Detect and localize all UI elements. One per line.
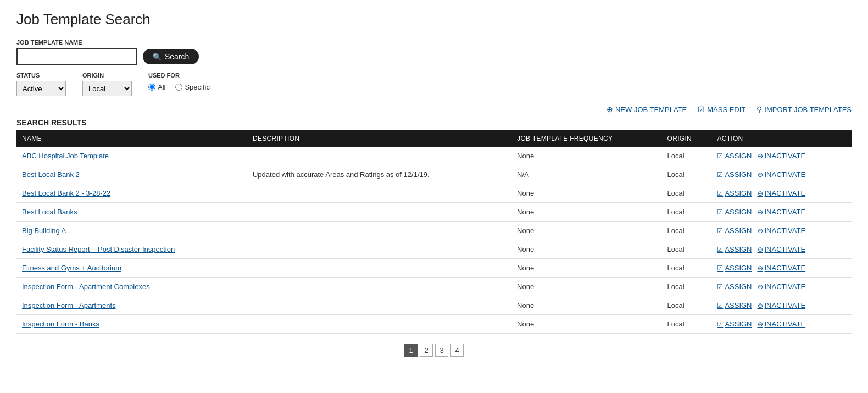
cell-origin: Local [662,203,712,222]
cell-name: Best Local Banks [16,203,247,222]
cell-name: ABC Hospital Job Template [16,147,247,165]
inactivate-link[interactable]: INACTIVATE [758,152,806,160]
status-label: STATUS [16,72,66,79]
inactivate-icon [758,320,763,328]
cell-action: ASSIGN INACTIVATE [711,222,852,240]
col-action: ACTION [711,130,852,147]
inactivate-link[interactable]: INACTIVATE [758,245,806,253]
assign-link[interactable]: ASSIGN [717,264,752,272]
search-input[interactable] [16,48,137,65]
page-btn-2[interactable]: 2 [420,344,433,357]
search-button[interactable]: Search [143,49,199,64]
assign-link[interactable]: ASSIGN [717,152,752,160]
page-btn-1[interactable]: 1 [404,344,418,357]
used-for-specific-option[interactable]: Specific [175,83,210,91]
cell-description [247,259,511,278]
name-link[interactable]: Inspection Form - Apartment Complexes [22,283,150,291]
name-link[interactable]: Facility Status Report – Post Disaster I… [22,245,175,253]
cell-description [247,147,511,165]
name-link[interactable]: Best Local Bank 2 - 3-28-22 [22,189,110,197]
inactivate-icon [758,301,763,309]
cell-action: ASSIGN INACTIVATE [711,203,852,222]
cell-action: ASSIGN INACTIVATE [711,315,852,334]
cell-description [247,240,511,259]
assign-link[interactable]: ASSIGN [717,189,752,197]
inactivate-link[interactable]: INACTIVATE [758,301,806,309]
name-link[interactable]: Inspection Form - Apartments [22,301,116,309]
assign-link[interactable]: ASSIGN [717,208,752,216]
name-link[interactable]: Best Local Bank 2 [22,170,80,179]
assign-link[interactable]: ASSIGN [717,320,752,328]
assign-icon [717,283,723,291]
used-for-specific-radio[interactable] [175,84,182,91]
cell-action: ASSIGN INACTIVATE [711,278,852,296]
plus-icon [607,105,613,114]
inactivate-link[interactable]: INACTIVATE [758,320,806,328]
inactivate-icon [758,189,763,197]
inactivate-icon [758,226,763,235]
cell-frequency: None [511,296,662,315]
origin-label: ORIGIN [82,72,132,79]
page-btn-3[interactable]: 3 [435,344,448,357]
inactivate-link[interactable]: INACTIVATE [758,170,806,179]
name-link[interactable]: Big Building A [22,226,66,235]
job-template-name-label: JOB TEMPLATE NAME [16,39,852,46]
inactivate-link[interactable]: INACTIVATE [758,226,806,235]
table-row: Inspection Form - Apartment Complexes No… [16,278,852,296]
cell-origin: Local [662,259,712,278]
status-select[interactable]: Active Inactive All [16,81,66,96]
name-link[interactable]: Fitness and Gyms + Auditorium [22,264,121,272]
inactivate-link[interactable]: INACTIVATE [758,283,806,291]
mass-edit-link[interactable]: MASS EDIT [698,105,745,114]
cell-origin: Local [662,278,712,296]
assign-icon [717,226,723,235]
assign-link[interactable]: ASSIGN [717,283,752,291]
assign-link[interactable]: ASSIGN [717,245,752,253]
table-row: Fitness and Gyms + Auditorium None Local… [16,259,852,278]
assign-link[interactable]: ASSIGN [717,226,752,235]
cell-action: ASSIGN INACTIVATE [711,240,852,259]
assign-icon [717,245,723,253]
cell-description [247,278,511,296]
used-for-all-option[interactable]: All [148,83,165,91]
search-results-title: SEARCH RESULTS [16,118,852,127]
cell-description [247,222,511,240]
inactivate-icon [758,170,763,179]
inactivate-icon [758,264,763,272]
cell-name: Best Local Bank 2 - 3-28-22 [16,184,247,203]
cell-description [247,203,511,222]
col-frequency: JOB TEMPLATE FREQUENCY [511,130,662,147]
name-link[interactable]: ABC Hospital Job Template [22,152,109,160]
assign-icon [717,152,723,160]
new-job-template-link[interactable]: NEW JOB TEMPLATE [607,105,687,114]
name-link[interactable]: Best Local Banks [22,208,77,216]
import-job-templates-link[interactable]: IMPORT JOB TEMPLATES [756,105,852,114]
used-for-all-radio[interactable] [148,84,155,91]
name-link[interactable]: Inspection Form - Banks [22,320,99,328]
inactivate-link[interactable]: INACTIVATE [758,264,806,272]
assign-icon [717,301,723,309]
assign-link[interactable]: ASSIGN [717,170,752,179]
cell-origin: Local [662,147,712,165]
import-icon [756,105,762,114]
cell-name: Big Building A [16,222,247,240]
origin-select[interactable]: Local Global All [82,81,132,96]
cell-origin: Local [662,315,712,334]
cell-name: Facility Status Report – Post Disaster I… [16,240,247,259]
inactivate-icon [758,208,763,216]
cell-frequency: None [511,184,662,203]
cell-name: Fitness and Gyms + Auditorium [16,259,247,278]
page-btn-4[interactable]: 4 [450,344,464,357]
inactivate-link[interactable]: INACTIVATE [758,189,806,197]
inactivate-link[interactable]: INACTIVATE [758,208,806,216]
cell-origin: Local [662,165,712,184]
col-description: DESCRIPTION [247,130,511,147]
assign-icon [717,320,723,328]
cell-origin: Local [662,240,712,259]
assign-link[interactable]: ASSIGN [717,301,752,309]
col-origin: ORIGIN [662,130,712,147]
cell-origin: Local [662,296,712,315]
cell-frequency: None [511,315,662,334]
cell-action: ASSIGN INACTIVATE [711,184,852,203]
table-row: Big Building A None Local ASSIGN INACTIV… [16,222,852,240]
